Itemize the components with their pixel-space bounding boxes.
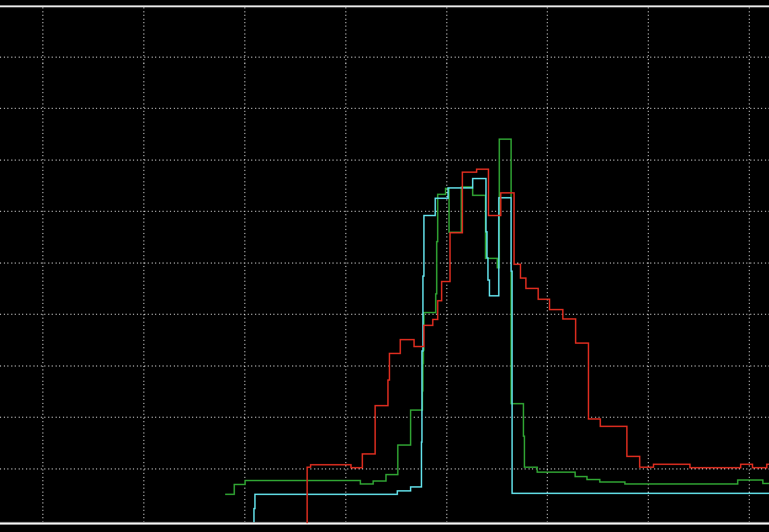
- green-trace: [225, 139, 769, 494]
- frame-bottom-shadow: [0, 522, 769, 523]
- frame-bottom-highlight: [0, 523, 769, 525]
- frame-top-shadow: [0, 7, 769, 8]
- frame-top-highlight: [0, 5, 769, 7]
- graph-frame: [0, 0, 769, 532]
- monitor-graph-window: { "canvas": { "width": 1561, "height": 1…: [0, 0, 769, 532]
- red-trace: [307, 169, 769, 523]
- traffic-chart: [0, 0, 769, 532]
- cyan-trace: [254, 178, 769, 522]
